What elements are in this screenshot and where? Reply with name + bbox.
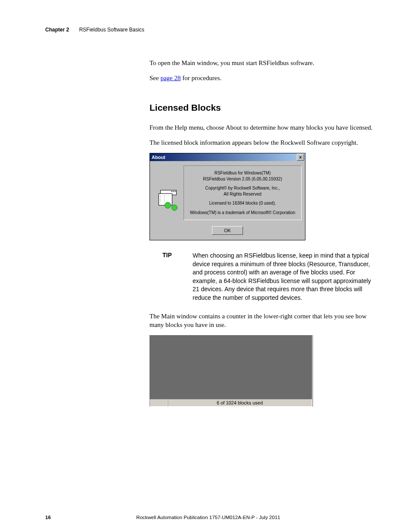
about-license-info: Licensed to 16384 blocks (0 used). bbox=[187, 200, 299, 206]
status-cell-left bbox=[149, 399, 168, 407]
ok-button[interactable]: OK bbox=[212, 226, 243, 235]
page-number: 16 bbox=[45, 515, 51, 520]
page-footer: 16 Rockwell Automation Publication 1757-… bbox=[45, 515, 374, 520]
see-text: See bbox=[149, 75, 160, 81]
page-28-link[interactable]: page 28 bbox=[160, 75, 181, 81]
procedures-text: for procedures. bbox=[181, 75, 222, 81]
about-trademark: Windows(TM) is a trademark of Microsoft©… bbox=[187, 210, 299, 216]
tip-text: When choosing an RSFieldbus license, kee… bbox=[193, 252, 374, 302]
about-copyright-2: All Rights Reserved bbox=[187, 191, 299, 197]
window-content-area bbox=[149, 335, 313, 399]
intro-para-1: To open the Main window, you must start … bbox=[149, 59, 374, 67]
chapter-title: RSFieldbus Software Basics bbox=[79, 27, 144, 33]
about-dialog-titlebar: About × bbox=[150, 153, 305, 161]
body-para-2: The licensed block information appears b… bbox=[149, 138, 374, 147]
chapter-label: Chapter 2 bbox=[45, 27, 69, 33]
tip-block: TIP When choosing an RSFieldbus license,… bbox=[162, 252, 374, 302]
about-dialog-title: About bbox=[152, 155, 165, 160]
about-version: RSFieldbus Version 2.05 (6.05.00.15932) bbox=[187, 176, 299, 182]
status-bar: 6 of 1024 blocks used bbox=[149, 399, 313, 407]
about-text-panel: RSFieldbus for Windows(TM) RSFieldbus Ve… bbox=[184, 165, 302, 220]
about-app-icon bbox=[153, 165, 184, 220]
page-header: Chapter 2 RSFieldbus Software Basics bbox=[45, 27, 374, 33]
publication-info: Rockwell Automation Publication 1757-UM0… bbox=[136, 515, 280, 520]
main-window-snippet: 6 of 1024 blocks used bbox=[149, 335, 313, 407]
section-heading-licensed-blocks: Licensed Blocks bbox=[149, 103, 374, 113]
about-dialog: About × RSFieldbus for Windows(TM) RSFie… bbox=[149, 153, 305, 240]
intro-para-2: See page 28 for procedures. bbox=[149, 74, 374, 82]
status-blocks-counter: 6 of 1024 blocks used bbox=[168, 399, 312, 407]
body-para-1: From the Help menu, choose About to dete… bbox=[149, 123, 374, 132]
about-copyright-1: Copyright© by Rockwell Software, Inc., bbox=[187, 185, 299, 191]
counter-para: The Main window contains a counter in th… bbox=[149, 312, 374, 330]
close-icon[interactable]: × bbox=[297, 154, 304, 161]
tip-label: TIP bbox=[162, 252, 193, 302]
about-product-name: RSFieldbus for Windows(TM) bbox=[187, 170, 299, 176]
